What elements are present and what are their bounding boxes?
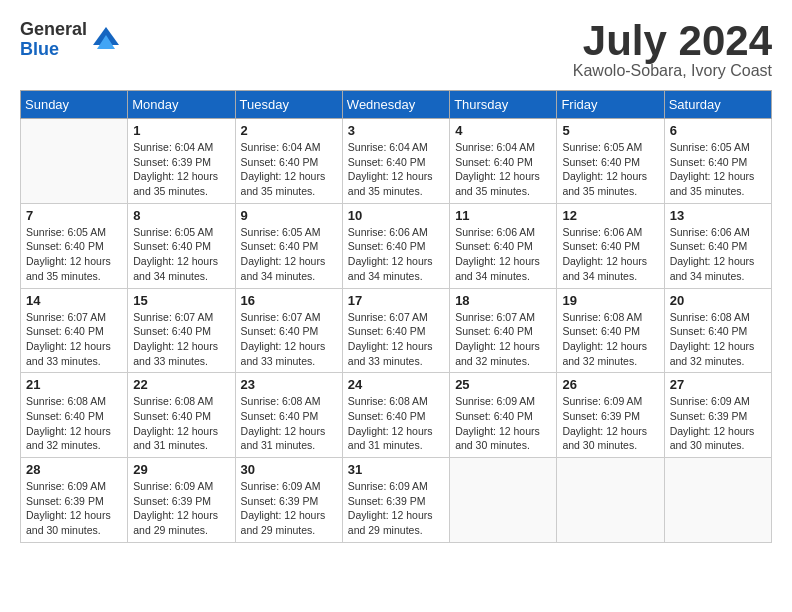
day-info: Sunrise: 6:07 AM Sunset: 6:40 PM Dayligh… <box>241 310 337 369</box>
calendar-cell <box>21 119 128 204</box>
day-info: Sunrise: 6:09 AM Sunset: 6:39 PM Dayligh… <box>348 479 444 538</box>
calendar-header-sunday: Sunday <box>21 91 128 119</box>
day-number: 23 <box>241 377 337 392</box>
day-info: Sunrise: 6:05 AM Sunset: 6:40 PM Dayligh… <box>562 140 658 199</box>
day-number: 7 <box>26 208 122 223</box>
day-number: 25 <box>455 377 551 392</box>
calendar-cell: 24Sunrise: 6:08 AM Sunset: 6:40 PM Dayli… <box>342 373 449 458</box>
day-number: 18 <box>455 293 551 308</box>
day-number: 19 <box>562 293 658 308</box>
calendar-cell: 25Sunrise: 6:09 AM Sunset: 6:40 PM Dayli… <box>450 373 557 458</box>
day-info: Sunrise: 6:09 AM Sunset: 6:39 PM Dayligh… <box>562 394 658 453</box>
calendar-cell: 3Sunrise: 6:04 AM Sunset: 6:40 PM Daylig… <box>342 119 449 204</box>
calendar-header-monday: Monday <box>128 91 235 119</box>
day-number: 29 <box>133 462 229 477</box>
calendar-cell: 6Sunrise: 6:05 AM Sunset: 6:40 PM Daylig… <box>664 119 771 204</box>
day-info: Sunrise: 6:08 AM Sunset: 6:40 PM Dayligh… <box>348 394 444 453</box>
day-number: 20 <box>670 293 766 308</box>
day-info: Sunrise: 6:07 AM Sunset: 6:40 PM Dayligh… <box>348 310 444 369</box>
day-number: 4 <box>455 123 551 138</box>
day-info: Sunrise: 6:09 AM Sunset: 6:40 PM Dayligh… <box>455 394 551 453</box>
calendar-header-wednesday: Wednesday <box>342 91 449 119</box>
calendar-cell: 1Sunrise: 6:04 AM Sunset: 6:39 PM Daylig… <box>128 119 235 204</box>
page-header: General Blue July 2024 Kawolo-Sobara, Iv… <box>20 20 772 80</box>
calendar-week-row: 21Sunrise: 6:08 AM Sunset: 6:40 PM Dayli… <box>21 373 772 458</box>
day-number: 21 <box>26 377 122 392</box>
day-info: Sunrise: 6:08 AM Sunset: 6:40 PM Dayligh… <box>670 310 766 369</box>
calendar-week-row: 1Sunrise: 6:04 AM Sunset: 6:39 PM Daylig… <box>21 119 772 204</box>
calendar-cell: 27Sunrise: 6:09 AM Sunset: 6:39 PM Dayli… <box>664 373 771 458</box>
day-number: 10 <box>348 208 444 223</box>
day-info: Sunrise: 6:05 AM Sunset: 6:40 PM Dayligh… <box>241 225 337 284</box>
calendar-cell: 11Sunrise: 6:06 AM Sunset: 6:40 PM Dayli… <box>450 203 557 288</box>
calendar-cell: 31Sunrise: 6:09 AM Sunset: 6:39 PM Dayli… <box>342 458 449 543</box>
calendar-cell: 19Sunrise: 6:08 AM Sunset: 6:40 PM Dayli… <box>557 288 664 373</box>
day-number: 5 <box>562 123 658 138</box>
day-number: 16 <box>241 293 337 308</box>
day-number: 9 <box>241 208 337 223</box>
day-info: Sunrise: 6:08 AM Sunset: 6:40 PM Dayligh… <box>562 310 658 369</box>
calendar-header-saturday: Saturday <box>664 91 771 119</box>
calendar-header-friday: Friday <box>557 91 664 119</box>
day-number: 22 <box>133 377 229 392</box>
calendar-cell: 14Sunrise: 6:07 AM Sunset: 6:40 PM Dayli… <box>21 288 128 373</box>
calendar-cell: 10Sunrise: 6:06 AM Sunset: 6:40 PM Dayli… <box>342 203 449 288</box>
calendar-cell <box>664 458 771 543</box>
day-info: Sunrise: 6:09 AM Sunset: 6:39 PM Dayligh… <box>241 479 337 538</box>
day-number: 12 <box>562 208 658 223</box>
day-number: 3 <box>348 123 444 138</box>
day-number: 27 <box>670 377 766 392</box>
day-number: 13 <box>670 208 766 223</box>
day-number: 26 <box>562 377 658 392</box>
day-number: 14 <box>26 293 122 308</box>
title-area: July 2024 Kawolo-Sobara, Ivory Coast <box>573 20 772 80</box>
day-number: 28 <box>26 462 122 477</box>
calendar-header-tuesday: Tuesday <box>235 91 342 119</box>
day-info: Sunrise: 6:04 AM Sunset: 6:39 PM Dayligh… <box>133 140 229 199</box>
calendar-cell <box>557 458 664 543</box>
calendar-header-thursday: Thursday <box>450 91 557 119</box>
day-info: Sunrise: 6:08 AM Sunset: 6:40 PM Dayligh… <box>133 394 229 453</box>
day-info: Sunrise: 6:05 AM Sunset: 6:40 PM Dayligh… <box>26 225 122 284</box>
day-info: Sunrise: 6:07 AM Sunset: 6:40 PM Dayligh… <box>26 310 122 369</box>
day-number: 8 <box>133 208 229 223</box>
day-info: Sunrise: 6:05 AM Sunset: 6:40 PM Dayligh… <box>670 140 766 199</box>
day-number: 30 <box>241 462 337 477</box>
day-info: Sunrise: 6:09 AM Sunset: 6:39 PM Dayligh… <box>26 479 122 538</box>
calendar-cell: 21Sunrise: 6:08 AM Sunset: 6:40 PM Dayli… <box>21 373 128 458</box>
calendar-cell: 5Sunrise: 6:05 AM Sunset: 6:40 PM Daylig… <box>557 119 664 204</box>
day-info: Sunrise: 6:09 AM Sunset: 6:39 PM Dayligh… <box>133 479 229 538</box>
day-info: Sunrise: 6:06 AM Sunset: 6:40 PM Dayligh… <box>562 225 658 284</box>
calendar-cell <box>450 458 557 543</box>
calendar-cell: 23Sunrise: 6:08 AM Sunset: 6:40 PM Dayli… <box>235 373 342 458</box>
calendar-week-row: 7Sunrise: 6:05 AM Sunset: 6:40 PM Daylig… <box>21 203 772 288</box>
day-number: 2 <box>241 123 337 138</box>
calendar-cell: 7Sunrise: 6:05 AM Sunset: 6:40 PM Daylig… <box>21 203 128 288</box>
calendar-week-row: 28Sunrise: 6:09 AM Sunset: 6:39 PM Dayli… <box>21 458 772 543</box>
calendar-table: SundayMondayTuesdayWednesdayThursdayFrid… <box>20 90 772 543</box>
calendar-cell: 8Sunrise: 6:05 AM Sunset: 6:40 PM Daylig… <box>128 203 235 288</box>
calendar-cell: 2Sunrise: 6:04 AM Sunset: 6:40 PM Daylig… <box>235 119 342 204</box>
logo: General Blue <box>20 20 121 60</box>
day-info: Sunrise: 6:08 AM Sunset: 6:40 PM Dayligh… <box>241 394 337 453</box>
calendar-cell: 9Sunrise: 6:05 AM Sunset: 6:40 PM Daylig… <box>235 203 342 288</box>
calendar-header-row: SundayMondayTuesdayWednesdayThursdayFrid… <box>21 91 772 119</box>
logo-icon <box>91 25 121 55</box>
calendar-cell: 26Sunrise: 6:09 AM Sunset: 6:39 PM Dayli… <box>557 373 664 458</box>
day-number: 24 <box>348 377 444 392</box>
day-number: 15 <box>133 293 229 308</box>
day-number: 31 <box>348 462 444 477</box>
calendar-cell: 20Sunrise: 6:08 AM Sunset: 6:40 PM Dayli… <box>664 288 771 373</box>
day-number: 6 <box>670 123 766 138</box>
day-info: Sunrise: 6:07 AM Sunset: 6:40 PM Dayligh… <box>133 310 229 369</box>
logo-blue-text: Blue <box>20 40 87 60</box>
calendar-cell: 15Sunrise: 6:07 AM Sunset: 6:40 PM Dayli… <box>128 288 235 373</box>
day-number: 1 <box>133 123 229 138</box>
calendar-cell: 4Sunrise: 6:04 AM Sunset: 6:40 PM Daylig… <box>450 119 557 204</box>
day-info: Sunrise: 6:05 AM Sunset: 6:40 PM Dayligh… <box>133 225 229 284</box>
calendar-cell: 30Sunrise: 6:09 AM Sunset: 6:39 PM Dayli… <box>235 458 342 543</box>
day-number: 11 <box>455 208 551 223</box>
calendar-cell: 29Sunrise: 6:09 AM Sunset: 6:39 PM Dayli… <box>128 458 235 543</box>
calendar-cell: 16Sunrise: 6:07 AM Sunset: 6:40 PM Dayli… <box>235 288 342 373</box>
day-info: Sunrise: 6:06 AM Sunset: 6:40 PM Dayligh… <box>670 225 766 284</box>
